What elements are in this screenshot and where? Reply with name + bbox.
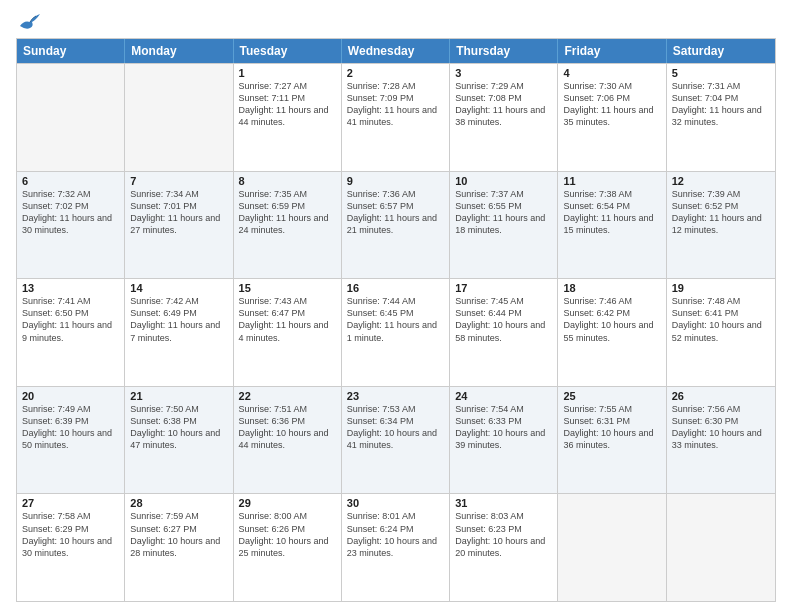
day-number: 7	[130, 175, 227, 187]
header	[16, 12, 776, 30]
calendar-header-cell: Monday	[125, 39, 233, 63]
calendar-header-cell: Friday	[558, 39, 666, 63]
calendar-cell: 1Sunrise: 7:27 AM Sunset: 7:11 PM Daylig…	[234, 64, 342, 171]
day-number: 27	[22, 497, 119, 509]
day-number: 30	[347, 497, 444, 509]
day-number: 10	[455, 175, 552, 187]
calendar-cell: 28Sunrise: 7:59 AM Sunset: 6:27 PM Dayli…	[125, 494, 233, 601]
day-number: 20	[22, 390, 119, 402]
day-info: Sunrise: 7:28 AM Sunset: 7:09 PM Dayligh…	[347, 80, 444, 129]
calendar-row: 27Sunrise: 7:58 AM Sunset: 6:29 PM Dayli…	[17, 493, 775, 601]
calendar-body: 1Sunrise: 7:27 AM Sunset: 7:11 PM Daylig…	[17, 63, 775, 601]
day-info: Sunrise: 7:49 AM Sunset: 6:39 PM Dayligh…	[22, 403, 119, 452]
day-number: 11	[563, 175, 660, 187]
calendar-cell: 16Sunrise: 7:44 AM Sunset: 6:45 PM Dayli…	[342, 279, 450, 386]
calendar-row: 13Sunrise: 7:41 AM Sunset: 6:50 PM Dayli…	[17, 278, 775, 386]
day-info: Sunrise: 7:29 AM Sunset: 7:08 PM Dayligh…	[455, 80, 552, 129]
day-info: Sunrise: 7:39 AM Sunset: 6:52 PM Dayligh…	[672, 188, 770, 237]
calendar-cell	[558, 494, 666, 601]
calendar-cell: 25Sunrise: 7:55 AM Sunset: 6:31 PM Dayli…	[558, 387, 666, 494]
day-info: Sunrise: 7:53 AM Sunset: 6:34 PM Dayligh…	[347, 403, 444, 452]
logo-bird-icon	[18, 12, 40, 30]
day-number: 29	[239, 497, 336, 509]
calendar-cell: 4Sunrise: 7:30 AM Sunset: 7:06 PM Daylig…	[558, 64, 666, 171]
day-number: 28	[130, 497, 227, 509]
calendar-cell: 17Sunrise: 7:45 AM Sunset: 6:44 PM Dayli…	[450, 279, 558, 386]
day-number: 21	[130, 390, 227, 402]
day-number: 23	[347, 390, 444, 402]
calendar-header-cell: Tuesday	[234, 39, 342, 63]
calendar-cell: 22Sunrise: 7:51 AM Sunset: 6:36 PM Dayli…	[234, 387, 342, 494]
day-info: Sunrise: 7:54 AM Sunset: 6:33 PM Dayligh…	[455, 403, 552, 452]
day-number: 4	[563, 67, 660, 79]
day-info: Sunrise: 7:44 AM Sunset: 6:45 PM Dayligh…	[347, 295, 444, 344]
day-info: Sunrise: 7:34 AM Sunset: 7:01 PM Dayligh…	[130, 188, 227, 237]
calendar-row: 1Sunrise: 7:27 AM Sunset: 7:11 PM Daylig…	[17, 63, 775, 171]
day-number: 16	[347, 282, 444, 294]
day-info: Sunrise: 7:46 AM Sunset: 6:42 PM Dayligh…	[563, 295, 660, 344]
day-info: Sunrise: 8:00 AM Sunset: 6:26 PM Dayligh…	[239, 510, 336, 559]
calendar-cell: 13Sunrise: 7:41 AM Sunset: 6:50 PM Dayli…	[17, 279, 125, 386]
calendar-cell: 26Sunrise: 7:56 AM Sunset: 6:30 PM Dayli…	[667, 387, 775, 494]
day-number: 3	[455, 67, 552, 79]
day-info: Sunrise: 7:37 AM Sunset: 6:55 PM Dayligh…	[455, 188, 552, 237]
calendar-cell: 7Sunrise: 7:34 AM Sunset: 7:01 PM Daylig…	[125, 172, 233, 279]
day-number: 12	[672, 175, 770, 187]
day-number: 15	[239, 282, 336, 294]
calendar-cell: 23Sunrise: 7:53 AM Sunset: 6:34 PM Dayli…	[342, 387, 450, 494]
calendar-cell: 11Sunrise: 7:38 AM Sunset: 6:54 PM Dayli…	[558, 172, 666, 279]
calendar-cell: 19Sunrise: 7:48 AM Sunset: 6:41 PM Dayli…	[667, 279, 775, 386]
calendar-row: 6Sunrise: 7:32 AM Sunset: 7:02 PM Daylig…	[17, 171, 775, 279]
calendar-cell: 27Sunrise: 7:58 AM Sunset: 6:29 PM Dayli…	[17, 494, 125, 601]
calendar-header-row: SundayMondayTuesdayWednesdayThursdayFrid…	[17, 39, 775, 63]
calendar-header-cell: Wednesday	[342, 39, 450, 63]
calendar-cell: 29Sunrise: 8:00 AM Sunset: 6:26 PM Dayli…	[234, 494, 342, 601]
day-info: Sunrise: 7:50 AM Sunset: 6:38 PM Dayligh…	[130, 403, 227, 452]
day-number: 31	[455, 497, 552, 509]
day-number: 19	[672, 282, 770, 294]
day-number: 8	[239, 175, 336, 187]
day-info: Sunrise: 7:31 AM Sunset: 7:04 PM Dayligh…	[672, 80, 770, 129]
calendar-cell: 18Sunrise: 7:46 AM Sunset: 6:42 PM Dayli…	[558, 279, 666, 386]
calendar-cell: 14Sunrise: 7:42 AM Sunset: 6:49 PM Dayli…	[125, 279, 233, 386]
day-number: 17	[455, 282, 552, 294]
calendar-header-cell: Sunday	[17, 39, 125, 63]
day-number: 13	[22, 282, 119, 294]
calendar: SundayMondayTuesdayWednesdayThursdayFrid…	[16, 38, 776, 602]
day-number: 1	[239, 67, 336, 79]
calendar-cell	[17, 64, 125, 171]
day-info: Sunrise: 7:56 AM Sunset: 6:30 PM Dayligh…	[672, 403, 770, 452]
day-number: 14	[130, 282, 227, 294]
day-number: 24	[455, 390, 552, 402]
calendar-cell: 3Sunrise: 7:29 AM Sunset: 7:08 PM Daylig…	[450, 64, 558, 171]
day-info: Sunrise: 7:41 AM Sunset: 6:50 PM Dayligh…	[22, 295, 119, 344]
calendar-cell	[667, 494, 775, 601]
calendar-cell: 31Sunrise: 8:03 AM Sunset: 6:23 PM Dayli…	[450, 494, 558, 601]
day-info: Sunrise: 7:36 AM Sunset: 6:57 PM Dayligh…	[347, 188, 444, 237]
day-number: 6	[22, 175, 119, 187]
calendar-cell: 20Sunrise: 7:49 AM Sunset: 6:39 PM Dayli…	[17, 387, 125, 494]
day-info: Sunrise: 7:35 AM Sunset: 6:59 PM Dayligh…	[239, 188, 336, 237]
day-number: 2	[347, 67, 444, 79]
day-number: 5	[672, 67, 770, 79]
day-info: Sunrise: 7:42 AM Sunset: 6:49 PM Dayligh…	[130, 295, 227, 344]
calendar-cell: 9Sunrise: 7:36 AM Sunset: 6:57 PM Daylig…	[342, 172, 450, 279]
day-info: Sunrise: 7:58 AM Sunset: 6:29 PM Dayligh…	[22, 510, 119, 559]
calendar-cell: 10Sunrise: 7:37 AM Sunset: 6:55 PM Dayli…	[450, 172, 558, 279]
day-info: Sunrise: 7:38 AM Sunset: 6:54 PM Dayligh…	[563, 188, 660, 237]
day-info: Sunrise: 7:32 AM Sunset: 7:02 PM Dayligh…	[22, 188, 119, 237]
day-info: Sunrise: 7:43 AM Sunset: 6:47 PM Dayligh…	[239, 295, 336, 344]
day-info: Sunrise: 8:01 AM Sunset: 6:24 PM Dayligh…	[347, 510, 444, 559]
calendar-cell: 6Sunrise: 7:32 AM Sunset: 7:02 PM Daylig…	[17, 172, 125, 279]
day-number: 18	[563, 282, 660, 294]
calendar-cell: 15Sunrise: 7:43 AM Sunset: 6:47 PM Dayli…	[234, 279, 342, 386]
calendar-cell: 21Sunrise: 7:50 AM Sunset: 6:38 PM Dayli…	[125, 387, 233, 494]
day-info: Sunrise: 7:27 AM Sunset: 7:11 PM Dayligh…	[239, 80, 336, 129]
calendar-row: 20Sunrise: 7:49 AM Sunset: 6:39 PM Dayli…	[17, 386, 775, 494]
calendar-cell	[125, 64, 233, 171]
day-info: Sunrise: 7:48 AM Sunset: 6:41 PM Dayligh…	[672, 295, 770, 344]
calendar-cell: 12Sunrise: 7:39 AM Sunset: 6:52 PM Dayli…	[667, 172, 775, 279]
calendar-header-cell: Saturday	[667, 39, 775, 63]
page: SundayMondayTuesdayWednesdayThursdayFrid…	[0, 0, 792, 612]
day-number: 25	[563, 390, 660, 402]
